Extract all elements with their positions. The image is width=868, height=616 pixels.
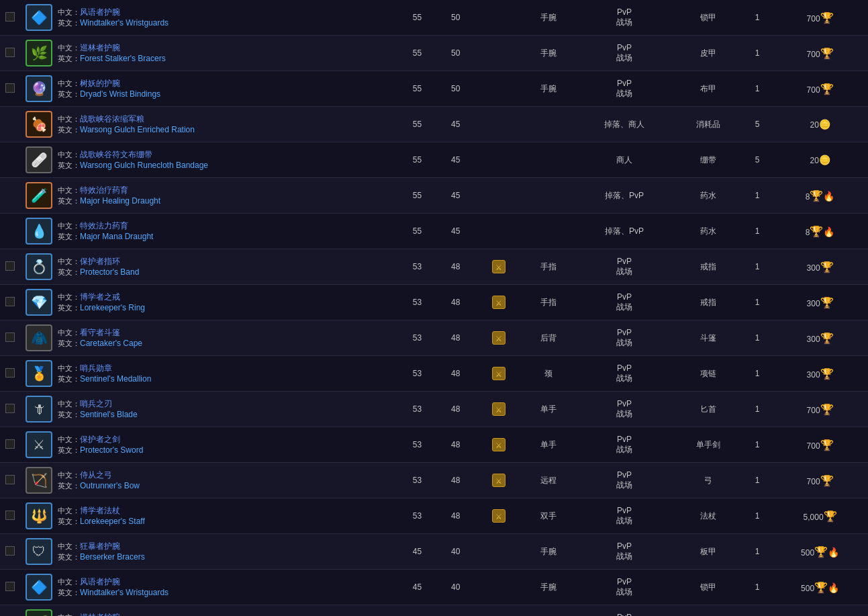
name-text-block: 中文：博学者之戒 英文：Lorekeeper's Ring xyxy=(58,292,145,313)
name-text-block: 中文：保护者指环 英文：Protector's Band xyxy=(58,256,139,277)
row-checkbox[interactable] xyxy=(5,297,15,306)
row-checkbox[interactable] xyxy=(5,546,15,556)
name-en: 英文：Protector's Sword xyxy=(58,445,143,455)
name-en: 英文：Sentinel's Medallion xyxy=(58,374,151,384)
item-name-cn: 看守者斗篷 xyxy=(80,328,120,337)
source-line: PvP xyxy=(580,506,669,515)
price-value: 20 xyxy=(810,156,818,165)
row-checkbox[interactable] xyxy=(5,12,15,21)
name-cn: 中文：看守者斗篷 xyxy=(58,327,142,339)
honor-icon: 🏆 xyxy=(824,511,837,522)
type-cell: 项链 xyxy=(674,356,742,392)
honor-icon: 🏆 xyxy=(814,582,828,593)
type-cell: 锁甲 xyxy=(674,570,742,605)
row-checkbox[interactable] xyxy=(5,439,15,449)
source-cell: 商人 xyxy=(575,142,674,178)
name-text-block: 中文：哨兵之刃 英文：Sentinel's Blade xyxy=(58,398,138,420)
slot-cell xyxy=(522,178,575,214)
table-row: 💎 中文：博学者之戒 英文：Lorekeeper's Ring 53 48 ⚔ … xyxy=(0,285,868,320)
row-checkbox[interactable] xyxy=(5,511,15,520)
name-cn: 中文：狂暴者护腕 xyxy=(58,541,145,552)
item-name-cn: 战歌峡谷浓缩军粮 xyxy=(80,114,144,124)
row-checkbox[interactable] xyxy=(5,83,15,93)
row-checkbox[interactable] xyxy=(5,261,15,271)
table-row: 🗡 中文：哨兵之刃 英文：Sentinel's Blade 53 48 ⚔ 单手… xyxy=(0,392,868,427)
price-value: 700 xyxy=(807,85,820,95)
item-name-en: Forest Stalker's Bracers xyxy=(80,54,166,63)
name-container: 🛡 中文：狂暴者护腕 英文：Berserker Bracers xyxy=(26,538,393,565)
row-checkbox[interactable] xyxy=(5,368,15,378)
item-name-cell: 🌿 中文：巡林者护腕 英文：Forest Stalker's Bracers xyxy=(20,605,398,617)
checkbox-cell xyxy=(0,392,20,427)
req-level-cell: 53 xyxy=(398,320,436,356)
item-name-cell: 🧥 中文：看守者斗篷 英文：Caretaker's Cape xyxy=(20,320,398,356)
req-honor-cell: 48 xyxy=(436,320,475,356)
table-row: 💍 中文：保护者指环 英文：Protector's Band 53 48 ⚔ 手… xyxy=(0,249,868,285)
slot-cell: 手腕 xyxy=(522,0,575,36)
checkbox-cell xyxy=(0,107,20,142)
price-cell: 300🏆 xyxy=(772,356,868,392)
name-en: 英文：Caretaker's Cape xyxy=(58,339,142,349)
honor-icon: 🏆 xyxy=(820,475,834,486)
source-line: 战场 xyxy=(580,266,669,277)
source-line: 掉落、商人 xyxy=(580,119,669,130)
pvp-mark-cell: ⚔ xyxy=(475,356,522,392)
req-level-cell: 53 xyxy=(398,498,436,534)
req-honor-cell: 48 xyxy=(436,249,475,285)
item-icon: 🔷 xyxy=(26,4,52,31)
pvp-mark-cell xyxy=(475,605,522,617)
name-text-block: 中文：哨兵勋章 英文：Sentinel's Medallion xyxy=(58,363,151,384)
req-level-cell: 53 xyxy=(398,427,436,463)
honor-icon: 🏆 xyxy=(820,368,834,380)
source-cell: PvP战场 xyxy=(575,0,674,36)
row-checkbox[interactable] xyxy=(5,404,15,413)
source-line: 战场 xyxy=(580,444,669,455)
row-checkbox[interactable] xyxy=(5,333,15,342)
item-table: 🔷 中文：风语者护腕 英文：Windtalker's Wristguards 5… xyxy=(0,0,868,616)
pvp-mark-icon: ⚔ xyxy=(492,474,505,487)
name-cn: 中文：战歌峡谷符文布绷带 xyxy=(58,149,208,161)
name-en: 英文：Warsong Gulch Enriched Ration xyxy=(58,125,195,135)
source-line: PvP xyxy=(580,7,669,17)
row-checkbox[interactable] xyxy=(5,582,15,591)
slot-cell xyxy=(522,214,575,249)
source-line: PvP xyxy=(580,435,669,444)
pvp-mark-cell xyxy=(475,570,522,605)
slot-cell: 手腕 xyxy=(522,71,575,107)
slot-cell: 手腕 xyxy=(522,534,575,570)
pvp-mark-icon: ⚔ xyxy=(492,438,505,451)
checkbox-cell xyxy=(0,570,20,605)
item-name-cell: 🏅 中文：哨兵勋章 英文：Sentinel's Medallion xyxy=(20,356,398,392)
req-honor-cell: 48 xyxy=(436,392,475,427)
row-checkbox[interactable] xyxy=(5,475,15,484)
source-cell: PvP战场 xyxy=(575,285,674,320)
honor-icon: 🏆 xyxy=(820,83,834,95)
source-cell: PvP战场 xyxy=(575,71,674,107)
item-icon: 💧 xyxy=(26,218,52,245)
slot-cell: 手腕 xyxy=(522,36,575,71)
type-cell: 板甲 xyxy=(674,534,742,570)
checkbox-cell xyxy=(0,534,20,570)
table-row: 🍖 中文：战歌峡谷浓缩军粮 英文：Warsong Gulch Enriched … xyxy=(0,107,868,142)
name-cn: 中文：特效治疗药育 xyxy=(58,185,160,196)
req-level-cell: 45 xyxy=(398,534,436,570)
item-name-cell: 💎 中文：博学者之戒 英文：Lorekeeper's Ring xyxy=(20,285,398,320)
stack-cell: 1 xyxy=(742,356,772,392)
honor-icon: 🏆 xyxy=(810,226,823,237)
table-row: 🔷 中文：风语者护腕 英文：Windtalker's Wristguards 5… xyxy=(0,0,868,36)
name-container: 💎 中文：博学者之戒 英文：Lorekeeper's Ring xyxy=(26,289,393,316)
item-name-cn: 战歌峡谷符文布绷带 xyxy=(80,150,152,159)
item-icon: 🔷 xyxy=(26,574,52,601)
source-cell: PvP战场 xyxy=(575,570,674,605)
price-cell: 500🏆🔥 xyxy=(772,605,868,617)
row-checkbox[interactable] xyxy=(5,48,15,57)
type-cell: 法杖 xyxy=(674,498,742,534)
req-honor-cell: 45 xyxy=(436,178,475,214)
checkbox-cell xyxy=(0,214,20,249)
checkbox-cell xyxy=(0,498,20,534)
price-value: 300 xyxy=(807,370,820,380)
pvp-mark-cell: ⚔ xyxy=(475,392,522,427)
req-level-cell: 55 xyxy=(398,0,436,36)
price-cell: 5,000🏆 xyxy=(772,498,868,534)
item-name-cn: 侍从之弓 xyxy=(80,470,112,480)
